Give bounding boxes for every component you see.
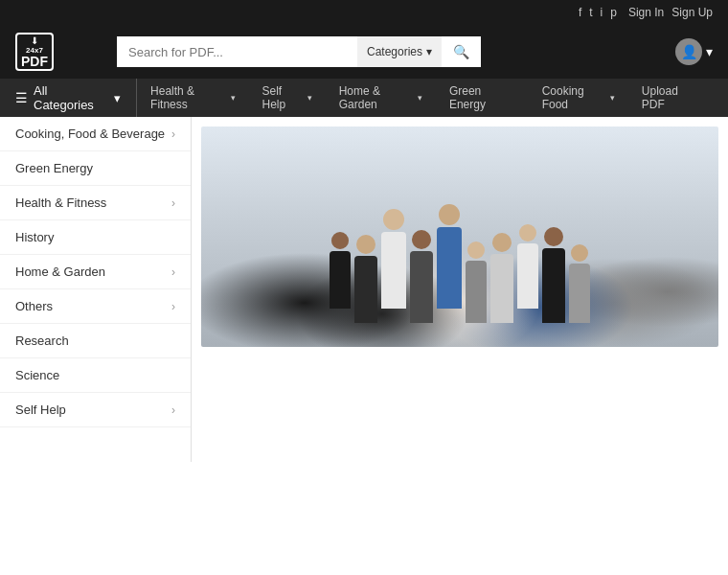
sidebar-item-others[interactable]: Others › [0, 289, 191, 324]
top-bar: f t i p Sign In Sign Up [0, 0, 728, 25]
search-bar: Categories ▾ 🔍 [117, 36, 481, 67]
all-categories-label: All Categories [34, 83, 104, 112]
below-content [0, 462, 728, 575]
sidebar-item-home-garden[interactable]: Home & Garden › [0, 255, 191, 289]
chevron-down-icon: ▾ [610, 93, 615, 103]
categories-chevron-icon: ▾ [426, 45, 432, 58]
arrow-icon: › [171, 265, 175, 279]
nav-cooking-food[interactable]: Cooking Food ▾ [529, 79, 628, 117]
logo[interactable]: ⬇ 24x7 PDF [15, 33, 102, 71]
categories-dropdown[interactable]: Categories ▾ [357, 36, 442, 67]
logo-icon: ⬇ 24x7 PDF [15, 33, 54, 71]
arrow-icon: › [171, 403, 175, 417]
avatar: 👤 [675, 38, 702, 65]
chevron-down-icon: ▾ [231, 93, 236, 103]
hero-image [201, 126, 718, 347]
social-icons: f t i p [579, 6, 617, 19]
sidebar-item-research[interactable]: Research [0, 324, 191, 358]
header: ⬇ 24x7 PDF Categories ▾ 🔍 👤 ▾ [0, 25, 728, 79]
sidebar: Cooking, Food & Beverage › Green Energy … [0, 117, 192, 462]
sidebar-item-self-help[interactable]: Self Help › [0, 393, 191, 427]
sidebar-item-health[interactable]: Health & Fitness › [0, 186, 191, 220]
person-4 [410, 230, 433, 323]
search-button[interactable]: 🔍 [442, 36, 481, 67]
nav-home-garden[interactable]: Home & Garden ▾ [326, 79, 436, 117]
twitter-icon[interactable]: t [589, 6, 592, 19]
instagram-icon[interactable]: i [601, 6, 603, 19]
auth-links: Sign In Sign Up [628, 6, 713, 19]
person-3 [381, 209, 406, 309]
person-9 [542, 227, 565, 323]
facebook-icon[interactable]: f [579, 6, 581, 19]
person-6 [466, 242, 487, 323]
user-menu[interactable]: 👤 ▾ [675, 38, 713, 65]
search-input[interactable] [117, 36, 357, 67]
person-8 [517, 224, 538, 309]
all-categories-chevron-icon: ▾ [114, 91, 121, 105]
person-5 [437, 204, 462, 309]
arrow-icon: › [171, 196, 175, 210]
hero-area [192, 117, 728, 462]
hamburger-icon: ☰ [15, 90, 28, 105]
person-1 [330, 232, 351, 309]
main-content: Cooking, Food & Beverage › Green Energy … [0, 117, 728, 462]
person-2 [354, 235, 377, 323]
sidebar-item-green-energy[interactable]: Green Energy [0, 151, 191, 186]
nav-green-energy[interactable]: Green Energy [436, 79, 529, 117]
nav-upload-pdf[interactable]: Upload PDF [628, 79, 713, 117]
person-10 [569, 244, 590, 323]
nav-self-help[interactable]: Self Help ▾ [249, 79, 326, 117]
user-chevron-icon: ▾ [706, 44, 713, 59]
nav-links: Health & Fitness ▾ Self Help ▾ Home & Ga… [137, 79, 713, 117]
all-categories-toggle[interactable]: ☰ All Categories ▾ [15, 79, 137, 117]
arrow-icon: › [171, 300, 175, 313]
search-icon: 🔍 [453, 44, 469, 59]
person-7 [490, 233, 513, 323]
people-group [330, 141, 590, 333]
nav-health-fitness[interactable]: Health & Fitness ▾ [137, 79, 248, 117]
signin-link[interactable]: Sign In [628, 6, 664, 19]
sidebar-item-science[interactable]: Science [0, 358, 191, 393]
pinterest-icon[interactable]: p [610, 6, 617, 19]
arrow-icon: › [171, 127, 175, 141]
signup-link[interactable]: Sign Up [671, 6, 713, 19]
nav-bar: ☰ All Categories ▾ Health & Fitness ▾ Se… [0, 79, 728, 117]
categories-label: Categories [367, 45, 422, 58]
hero-image-inner [201, 126, 718, 347]
sidebar-item-cooking[interactable]: Cooking, Food & Beverage › [0, 117, 191, 151]
chevron-down-icon: ▾ [307, 93, 312, 103]
chevron-down-icon: ▾ [418, 93, 422, 103]
sidebar-item-history[interactable]: History [0, 220, 191, 255]
